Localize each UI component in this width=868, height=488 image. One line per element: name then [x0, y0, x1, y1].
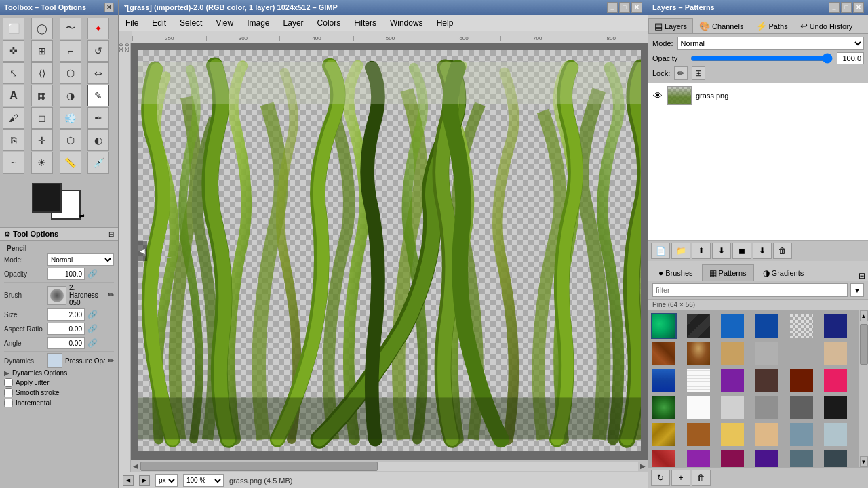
layers-minimize-btn[interactable]: _ — [829, 2, 840, 13]
pattern-item-17[interactable] — [823, 367, 848, 393]
pattern-item-5[interactable] — [823, 313, 848, 339]
measure-tool[interactable]: 📏 — [60, 152, 81, 174]
ellipse-select-tool[interactable]: ◯ — [31, 18, 53, 39]
mode-select[interactable]: Normal — [47, 253, 114, 266]
crop-tool[interactable]: ⌐ — [60, 40, 81, 62]
scroll-up-btn[interactable]: ▲ — [860, 310, 868, 321]
new-layer-group-btn[interactable]: 📁 — [671, 243, 690, 259]
convolve-tool[interactable]: ◐ — [87, 129, 109, 151]
pattern-item-19[interactable] — [686, 394, 711, 420]
merge-layer-btn[interactable]: ⬇ — [753, 243, 772, 259]
menu-colors[interactable]: Colors — [311, 15, 348, 30]
pattern-item-0[interactable] — [651, 313, 677, 339]
bucket-fill-tool[interactable]: ▦ — [31, 85, 53, 106]
pattern-item-11[interactable] — [823, 340, 848, 366]
bpg-config-btn[interactable]: ⊟ — [859, 271, 865, 281]
status-nav-left[interactable]: ◀ — [123, 475, 134, 486]
incremental-checkbox[interactable] — [4, 399, 13, 407]
scroll-track-h[interactable] — [140, 462, 638, 471]
pattern-item-30[interactable] — [651, 449, 677, 467]
smudge-tool[interactable]: ~ — [3, 152, 24, 174]
pattern-item-21[interactable] — [754, 394, 780, 420]
rectangle-select-tool[interactable]: ⬜ — [3, 18, 24, 39]
menu-select[interactable]: Select — [173, 15, 209, 30]
pattern-item-32[interactable] — [719, 449, 745, 467]
clone-tool[interactable]: ⎘ — [3, 129, 24, 151]
menu-filters[interactable]: Filters — [347, 15, 383, 30]
dynamics-edit-icon[interactable]: ✏ — [108, 357, 114, 365]
scroll-thumb-v[interactable] — [860, 324, 868, 365]
tab-paths[interactable]: ⚡ Paths — [750, 18, 794, 33]
menu-layer[interactable]: Layer — [277, 15, 311, 30]
tool-options-config-icon[interactable]: ⊟ — [108, 230, 114, 238]
pattern-item-24[interactable] — [651, 422, 677, 447]
free-select-tool[interactable]: 〜 — [60, 18, 81, 39]
pattern-item-27[interactable] — [754, 422, 780, 447]
dodge-burn-tool[interactable]: ☀ — [31, 152, 53, 174]
pattern-item-6[interactable] — [651, 340, 677, 366]
minimize-button[interactable]: _ — [607, 2, 618, 13]
pattern-item-34[interactable] — [789, 449, 814, 467]
tab-gradients[interactable]: ◑ Gradients — [755, 264, 812, 281]
pattern-item-3[interactable] — [754, 313, 780, 339]
zoom-select[interactable]: 100 % — [183, 474, 224, 487]
color-picker-tool[interactable]: 💉 — [87, 152, 109, 174]
pattern-item-35[interactable] — [823, 449, 848, 467]
maximize-button[interactable]: □ — [619, 2, 630, 13]
text-tool[interactable]: A — [3, 85, 24, 106]
rotate-tool[interactable]: ↺ — [87, 40, 109, 62]
menu-help[interactable]: Help — [430, 15, 460, 30]
duplicate-layer-btn[interactable]: ◼ — [732, 243, 751, 259]
pattern-item-15[interactable] — [754, 367, 780, 393]
foreground-color-swatch[interactable] — [32, 183, 62, 213]
menu-view[interactable]: View — [209, 15, 240, 30]
eraser-tool[interactable]: ◻ — [31, 107, 53, 129]
lower-layer-btn[interactable]: ⬇ — [712, 243, 731, 259]
scroll-right-btn[interactable]: ▶ — [638, 462, 648, 470]
perspective-clone-tool[interactable]: ⬡ — [60, 129, 81, 151]
airbrush-tool[interactable]: 💨 — [60, 107, 81, 129]
pattern-item-16[interactable] — [789, 367, 814, 393]
brush-edit-icon[interactable]: ✏ — [108, 291, 114, 300]
pattern-item-14[interactable] — [719, 367, 745, 393]
perspective-tool[interactable]: ⬡ — [60, 62, 81, 84]
blend-tool[interactable]: ◑ — [60, 85, 81, 106]
swap-colors-icon[interactable]: ⇄ — [79, 212, 85, 219]
tab-brushes[interactable]: ● Brushes — [651, 264, 701, 281]
paintbrush-tool[interactable]: 🖌 — [3, 107, 24, 129]
opacity-input[interactable] — [47, 268, 85, 280]
image-viewport[interactable]: ◀ ◀ ▶ — [131, 43, 648, 472]
heal-tool[interactable]: ✛ — [31, 129, 53, 151]
layers-close-btn[interactable]: ✕ — [853, 2, 864, 13]
shear-tool[interactable]: ⟨⟩ — [31, 62, 53, 84]
lock-pixels-btn[interactable]: ✏ — [674, 66, 688, 80]
angle-input[interactable] — [47, 337, 85, 349]
ink-tool[interactable]: ✒ — [87, 107, 109, 129]
layer-opacity-input[interactable] — [837, 52, 864, 64]
tab-channels[interactable]: 🎨 Channels — [693, 18, 749, 33]
filter-input[interactable] — [652, 283, 848, 297]
pattern-item-12[interactable] — [651, 367, 677, 393]
pattern-item-9[interactable] — [754, 340, 780, 366]
size-chain-icon[interactable]: 🔗 — [87, 310, 98, 319]
pattern-item-25[interactable] — [686, 422, 711, 447]
layers-maximize-btn[interactable]: □ — [841, 2, 852, 13]
smooth-stroke-checkbox[interactable] — [4, 388, 13, 397]
layer-item-grass[interactable]: 👁 grass.png — [648, 83, 868, 108]
tab-layers[interactable]: ▤ Layers — [648, 18, 693, 33]
menu-edit[interactable]: Edit — [145, 15, 173, 30]
by-color-select-tool[interactable]: ✦ — [87, 18, 109, 39]
lock-position-btn[interactable]: ⊞ — [692, 66, 705, 80]
pattern-item-18[interactable] — [651, 394, 677, 420]
pattern-item-31[interactable] — [686, 449, 711, 467]
dynamics-preview[interactable] — [47, 353, 62, 368]
scroll-left-btn[interactable]: ◀ — [131, 462, 140, 470]
status-nav-right[interactable]: ▶ — [139, 475, 150, 486]
move-tool[interactable]: ✜ — [3, 40, 24, 62]
pencil-tool active[interactable]: ✎ — [87, 85, 109, 106]
pattern-item-7[interactable] — [686, 340, 711, 366]
refresh-patterns-btn[interactable]: ↻ — [651, 470, 670, 486]
angle-chain-icon[interactable]: 🔗 — [87, 338, 98, 348]
new-layer-btn[interactable]: 📄 — [651, 243, 670, 259]
pattern-item-20[interactable] — [719, 394, 745, 420]
